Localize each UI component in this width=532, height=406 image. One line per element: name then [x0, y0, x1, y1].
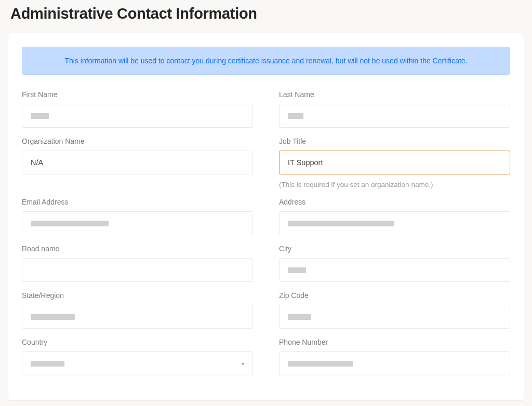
redacted-placeholder: [288, 314, 311, 320]
group-address: Address: [279, 198, 510, 235]
group-zip-code: Zip Code: [279, 291, 510, 329]
last-name-input[interactable]: [279, 104, 510, 128]
job-title-help: (This is required if you set an organiza…: [279, 181, 510, 188]
country-select[interactable]: ▾: [22, 351, 253, 375]
label-phone-number: Phone Number: [279, 338, 510, 346]
label-first-name: First Name: [22, 90, 253, 99]
page-title: Administrative Contact Information: [0, 0, 532, 33]
redacted-placeholder: [288, 113, 303, 119]
group-country: Country ▾: [22, 338, 253, 375]
group-job-title: Job Title (This is required if you set a…: [279, 137, 510, 188]
redacted-placeholder: [288, 361, 353, 367]
phone-number-input[interactable]: [279, 351, 510, 375]
group-city: City: [279, 245, 510, 282]
label-address: Address: [279, 198, 510, 206]
group-state-region: State/Region: [22, 291, 253, 329]
group-email-address: Email Address: [22, 198, 253, 235]
label-job-title: Job Title: [279, 137, 510, 145]
redacted-placeholder: [31, 221, 109, 226]
address-input[interactable]: [279, 211, 510, 235]
label-zip-code: Zip Code: [279, 291, 510, 300]
group-road-name: Road name: [22, 245, 253, 282]
redacted-placeholder: [31, 113, 49, 119]
label-city: City: [279, 245, 510, 253]
label-state-region: State/Region: [22, 291, 253, 300]
job-title-input[interactable]: [279, 151, 510, 174]
label-email-address: Email Address: [22, 198, 253, 206]
group-phone-number: Phone Number: [279, 338, 510, 375]
label-organization-name: Organization Name: [22, 137, 253, 145]
road-name-input[interactable]: [22, 258, 253, 282]
info-banner: This information will be used to contact…: [22, 47, 510, 75]
email-address-input[interactable]: [22, 211, 253, 235]
group-last-name: Last Name: [279, 90, 510, 128]
group-organization-name: Organization Name: [22, 137, 253, 188]
redacted-placeholder: [288, 267, 306, 273]
city-input[interactable]: [279, 258, 510, 282]
state-region-input[interactable]: [22, 305, 253, 329]
redacted-placeholder: [288, 221, 394, 226]
label-road-name: Road name: [22, 245, 253, 253]
form-card: This information will be used to contact…: [8, 33, 524, 401]
label-last-name: Last Name: [279, 90, 510, 99]
label-country: Country: [22, 338, 253, 346]
chevron-down-icon: ▾: [242, 361, 244, 367]
redacted-placeholder: [31, 314, 75, 320]
zip-code-input[interactable]: [279, 305, 510, 329]
redacted-placeholder: [31, 361, 64, 367]
organization-name-input[interactable]: [22, 151, 253, 174]
first-name-input[interactable]: [22, 104, 253, 128]
form-grid: First Name Last Name Organization Name J…: [22, 90, 510, 385]
group-first-name: First Name: [22, 90, 253, 128]
